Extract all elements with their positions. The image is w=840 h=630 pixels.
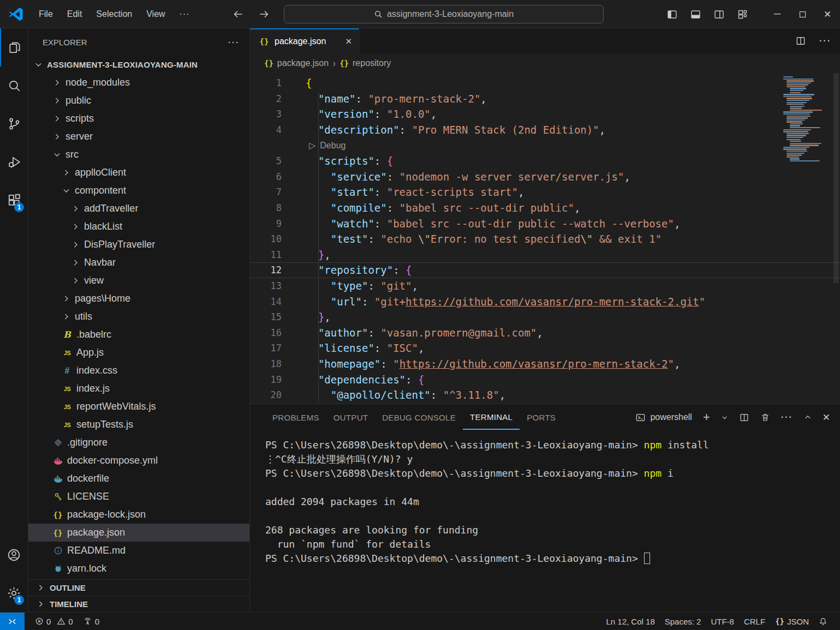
remote-indicator[interactable] <box>0 613 25 630</box>
code-line-5[interactable]: 5 "scripts": { <box>250 153 840 169</box>
new-terminal-icon[interactable]: + <box>703 410 710 424</box>
folder-item-node-modules[interactable]: node_modules <box>28 74 249 92</box>
code-line-20[interactable]: 20 "@apollo/client": "^3.11.8", <box>250 387 840 403</box>
minimap[interactable] <box>783 76 818 162</box>
menu-view[interactable]: View <box>139 7 172 21</box>
notifications-bell-icon[interactable] <box>814 617 832 626</box>
launch-profile-chevron-icon[interactable] <box>721 414 728 421</box>
file-item-docker-compose-yml[interactable]: docker-compose.yml <box>28 452 249 470</box>
editor-more-actions[interactable]: ··· <box>819 36 831 46</box>
kill-terminal-icon[interactable] <box>760 412 770 422</box>
tab-package-json[interactable]: {} package.json ✕ <box>250 28 359 53</box>
file-item-license[interactable]: LICENSE <box>28 488 249 506</box>
close-tab-icon[interactable]: ✕ <box>345 37 352 46</box>
code-line-16[interactable]: 16 "author": "vasan.promern@gmail.com", <box>250 325 840 341</box>
file-item-index-js[interactable]: JSindex.js <box>28 380 249 398</box>
indentation[interactable]: Spaces: 2 <box>660 617 706 626</box>
section-timeline[interactable]: TIMELINE <box>28 596 249 612</box>
codelens-row[interactable]: ▷Debug <box>250 137 840 153</box>
activity-search[interactable] <box>0 67 28 105</box>
panel-tab-terminal[interactable]: TERMINAL <box>463 405 520 430</box>
minimize-button[interactable]: ─ <box>765 0 790 28</box>
panel-more-actions[interactable]: ··· <box>781 412 793 422</box>
activity-extensions[interactable]: 1 <box>0 181 28 219</box>
cursor-position[interactable]: Ln 12, Col 18 <box>601 617 660 626</box>
folder-item-server[interactable]: server <box>28 128 249 146</box>
back-arrow-icon[interactable] <box>232 8 244 20</box>
forward-arrow-icon[interactable] <box>258 8 270 20</box>
folder-item-compontent[interactable]: compontent <box>28 182 249 200</box>
menu-edit[interactable]: Edit <box>60 7 90 21</box>
terminal-output[interactable]: PS C:\Users\26898\Desktop\demo\-\assignm… <box>250 430 840 612</box>
close-button[interactable]: ✕ <box>815 0 840 28</box>
panel-tab-ports[interactable]: PORTS <box>520 406 563 429</box>
activity-settings[interactable]: 1 <box>0 574 28 612</box>
folder-item-view[interactable]: view <box>28 272 249 290</box>
file-item-gitignore[interactable]: .gitignore <box>28 434 249 452</box>
folder-item-pages-home[interactable]: pages\Home <box>28 290 249 308</box>
panel-tab-problems[interactable]: PROBLEMS <box>265 406 326 429</box>
file-item-babelrc[interactable]: B.babelrc <box>28 326 249 344</box>
code-editor[interactable]: 1{2 "name": "pro-mern-stack-2",3 "versio… <box>250 73 840 404</box>
terminal-shell-item[interactable]: powershell <box>635 412 692 423</box>
code-line-13[interactable]: 13 "type": "git", <box>250 278 840 294</box>
activity-run-and-debug[interactable] <box>0 143 28 181</box>
activity-explorer[interactable] <box>0 28 28 67</box>
code-line-17[interactable]: 17 "license": "ISC", <box>250 340 840 356</box>
section-outline[interactable]: OUTLINE <box>28 579 249 596</box>
file-item-readme-md[interactable]: README.md <box>28 542 249 560</box>
toggle-sidebar-icon[interactable] <box>666 9 678 20</box>
encoding[interactable]: UTF-8 <box>706 617 739 626</box>
problems-status[interactable]: 0 0 <box>30 613 78 630</box>
code-line-8[interactable]: 8 "compile": "babel src --out-dir public… <box>250 200 840 216</box>
explorer-more-actions[interactable]: ··· <box>228 38 240 47</box>
language-mode[interactable]: {} JSON <box>770 617 814 626</box>
code-line-15[interactable]: 15 }, <box>250 309 840 325</box>
code-line-9[interactable]: 9 "watch": "babel src --out-dir public -… <box>250 215 840 231</box>
code-line-2[interactable]: 2 "name": "pro-mern-stack-2", <box>250 91 840 107</box>
code-line-4[interactable]: 4 "description": "Pro MERN Stack (2nd Ed… <box>250 122 840 138</box>
file-item-reportwebvitals-js[interactable]: JSreportWebVitals.js <box>28 398 249 416</box>
code-line-6[interactable]: 6 "service": "nodemon -w server server/s… <box>250 169 840 185</box>
file-item-yarn-lock[interactable]: yarn.lock <box>28 560 249 578</box>
close-panel-icon[interactable]: ✕ <box>823 412 830 423</box>
file-item-app-js[interactable]: JSApp.js <box>28 344 249 362</box>
maximize-panel-icon[interactable] <box>804 413 812 421</box>
folder-item-blacklist[interactable]: blackList <box>28 218 249 236</box>
customize-layout-icon[interactable] <box>737 9 748 20</box>
ports-status[interactable]: 0 <box>78 613 104 630</box>
toggle-secondary-sidebar-icon[interactable] <box>713 9 725 20</box>
menu-file[interactable]: File <box>32 7 60 21</box>
maximize-button[interactable] <box>790 0 815 28</box>
folder-item-utils[interactable]: utils <box>28 308 249 326</box>
codelens-debug[interactable]: ▷Debug <box>286 140 345 151</box>
breadcrumb-package-json[interactable]: {}package.json <box>264 58 329 68</box>
folder-item-navbar[interactable]: Navbar <box>28 254 249 272</box>
menu-more[interactable]: ··· <box>172 7 197 21</box>
eol-sequence[interactable]: CRLF <box>739 617 770 626</box>
file-item-dockerfile[interactable]: dockerfile <box>28 470 249 488</box>
folder-item-addtraveller[interactable]: addTraveller <box>28 200 249 218</box>
file-item-package-json[interactable]: {}package.json <box>28 524 249 542</box>
code-line-18[interactable]: 18 "homepage": "https://github.com/vasan… <box>250 356 840 372</box>
file-item-index-css[interactable]: #index.css <box>28 362 249 380</box>
panel-tab-output[interactable]: OUTPUT <box>326 406 375 429</box>
editor-scrollbar[interactable] <box>833 73 839 283</box>
code-line-10[interactable]: 10 "test": "echo \"Error: no test specif… <box>250 231 840 247</box>
breadcrumb-repository[interactable]: {}repository <box>339 58 391 68</box>
command-center-search[interactable]: assignment-3-Leoxiaoyang-main <box>284 5 604 23</box>
code-line-19[interactable]: 19 "dependencies": { <box>250 371 840 387</box>
split-terminal-icon[interactable] <box>739 412 749 423</box>
folder-item-assignment-3-leoxiaoyang-main[interactable]: ASSIGNMENT-3-LEOXIAOYANG-MAIN <box>28 56 249 74</box>
folder-item-src[interactable]: src <box>28 146 249 164</box>
code-line-12[interactable]: 12 "repository": { <box>250 262 840 278</box>
folder-item-displaytraveller[interactable]: DisPlayTraveller <box>28 236 249 254</box>
folder-item-applloclient[interactable]: applloClient <box>28 164 249 182</box>
activity-source-control[interactable] <box>0 105 28 143</box>
file-item-package-lock-json[interactable]: {}package-lock.json <box>28 506 249 524</box>
folder-item-scripts[interactable]: scripts <box>28 110 249 128</box>
code-line-7[interactable]: 7 "start": "react-scripts start", <box>250 184 840 200</box>
file-item-setuptests-js[interactable]: JSsetupTests.js <box>28 416 249 434</box>
folder-item-public[interactable]: public <box>28 92 249 110</box>
code-line-1[interactable]: 1{ <box>250 75 840 91</box>
